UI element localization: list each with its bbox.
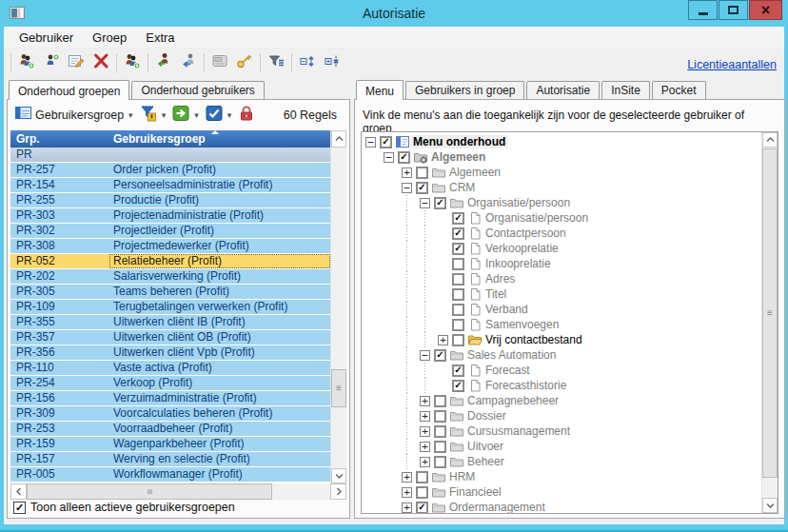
group-header-row[interactable]: PR [10, 148, 330, 163]
table-row[interactable]: PR-005Workflowmanager (Profit) [10, 467, 330, 483]
table-row[interactable]: PR-110Vaste activa (Profit) [10, 361, 330, 376]
tree-item[interactable]: +✓Ordermanagement [362, 500, 761, 513]
table-row[interactable]: PR-309Voorcalculaties beheren (Profit) [10, 406, 330, 422]
tree-item[interactable]: +HRM [362, 469, 761, 484]
grid-horizontal-scrollbar[interactable]: ≡ [10, 483, 346, 500]
lock-button[interactable] [236, 104, 257, 126]
tree-item[interactable]: Adres [362, 271, 761, 286]
scrollbar-thumb[interactable]: ≡ [331, 369, 346, 407]
tree-item[interactable]: −✓Sales Automation [362, 347, 761, 363]
preview-button[interactable] [207, 51, 232, 74]
tree-checkbox[interactable]: ✓ [452, 365, 464, 377]
collapse-toggle[interactable]: − [365, 137, 376, 148]
table-row[interactable]: PR-303Projectenadministratie (Profit) [10, 208, 330, 224]
tab-onderhoud-gebruikers[interactable]: Onderhoud gebruikers [131, 81, 264, 99]
tree-item[interactable]: +Cursusmanagement [362, 424, 761, 439]
authorization-key-button[interactable] [232, 51, 257, 74]
expand-toggle[interactable]: + [420, 457, 430, 467]
scroll-down-button[interactable] [331, 468, 346, 483]
filter-warning-button[interactable]: ▾ [138, 104, 168, 126]
tree-item[interactable]: ✓Contactpersoon [362, 226, 761, 241]
tree-item[interactable]: Inkooprelatie [362, 256, 761, 271]
tree-vertical-scrollbar[interactable]: ≡ [761, 132, 778, 513]
collapse-toggle[interactable]: − [402, 183, 412, 193]
column-header-gebruikersgroep[interactable]: Gebruikersgroep [109, 130, 330, 148]
scroll-down-button[interactable] [762, 498, 778, 513]
scrollbar-thumb[interactable]: ≡ [27, 483, 272, 500]
grid-vertical-scrollbar[interactable]: ≡ [330, 130, 346, 483]
table-row[interactable]: PR-357Uitwerken cliënt OB (Profit) [10, 330, 330, 345]
filter-button[interactable] [264, 51, 288, 74]
scroll-track[interactable]: ≡ [331, 148, 346, 468]
tree-checkbox[interactable] [434, 456, 446, 468]
expand-toggle[interactable]: + [420, 396, 430, 406]
tree-item[interactable]: +Beheer [362, 454, 761, 469]
expand-toggle[interactable]: + [402, 472, 412, 483]
tree-checkbox[interactable] [452, 288, 464, 301]
scroll-right-button[interactable] [330, 483, 346, 500]
tree-item[interactable]: Titel [362, 286, 761, 302]
tree-item[interactable]: +Algemeen [362, 165, 761, 180]
tree-checkbox[interactable]: ✓ [452, 243, 464, 255]
collapse-toggle[interactable]: − [420, 350, 430, 361]
column-header-grp[interactable]: Grp. [10, 130, 109, 148]
active-groups-checkbox[interactable]: ✓ [13, 502, 26, 514]
grid-header[interactable]: Grp. Gebruikersgroep [10, 130, 330, 148]
add-users-group-button[interactable] [14, 51, 39, 74]
tree-item[interactable]: −✓Algemeen [362, 149, 761, 165]
tree-item[interactable]: −✓Organisatie/persoon [362, 195, 761, 210]
tree-item[interactable]: Samenvoegen [362, 317, 761, 332]
table-row[interactable]: PR-253Voorraadbeheer (Profit) [10, 422, 330, 437]
table-row[interactable]: PR-157Werving en selectie (Profit) [10, 452, 330, 467]
expand-toggle[interactable]: + [420, 411, 430, 422]
collapse-toggle[interactable]: − [384, 152, 394, 163]
view-grid-button[interactable]: Gebruikersgroep▾ [12, 104, 135, 126]
add-user-button[interactable] [39, 51, 64, 74]
properties-button[interactable] [64, 51, 89, 74]
tree-item[interactable]: ✓Verkooprelatie [362, 241, 761, 256]
table-row[interactable]: PR-356Uitwerken cliënt Vpb (Profit) [10, 345, 330, 361]
table-row[interactable]: PR-305Teams beheren (Profit) [10, 285, 330, 300]
scrollbar-thumb[interactable]: ≡ [762, 148, 778, 478]
table-row[interactable]: PR-257Order picken (Profit) [10, 163, 330, 178]
close-button[interactable]: × [749, 0, 782, 20]
tree-checkbox[interactable]: ✓ [416, 182, 428, 194]
table-row[interactable]: PR-156Verzuimadministratie (Profit) [10, 391, 330, 406]
scroll-left-button[interactable] [10, 483, 27, 500]
tree-item[interactable]: +Campagnebeheer [362, 393, 761, 408]
check-button[interactable]: ▾ [204, 104, 234, 126]
maximize-button[interactable] [719, 0, 748, 20]
collapse-toggle[interactable]: − [420, 198, 430, 208]
expand-toggle[interactable]: + [420, 442, 430, 452]
tree-checkbox[interactable] [452, 304, 464, 316]
tree-checkbox[interactable]: ✓ [434, 349, 446, 362]
table-row[interactable]: PR-255Productie (Profit) [10, 193, 330, 208]
tree-checkbox[interactable]: ✓ [452, 212, 464, 225]
tree-item[interactable]: +Vrij contactbestand [362, 332, 761, 347]
expand-toggle[interactable]: + [420, 426, 430, 437]
tree-checkbox[interactable] [452, 319, 464, 331]
tab-gebruikers-in-groep[interactable]: Gebruikers in groep [405, 81, 524, 99]
tree-item[interactable]: ✓Organisatie/persoon [362, 210, 761, 226]
menu-gebruiker[interactable]: Gebruiker [10, 28, 83, 48]
tree-checkbox[interactable]: ✓ [452, 227, 464, 240]
tree-checkbox[interactable] [452, 273, 464, 286]
tree-checkbox[interactable] [452, 258, 464, 270]
tree-checkbox[interactable]: ✓ [434, 197, 446, 209]
tree-checkbox[interactable] [434, 410, 446, 423]
licentieaantallen-link[interactable]: Licentieaantallen [687, 58, 777, 71]
table-row[interactable]: PR-109Terugbetalingen verwerken (Profit) [10, 300, 330, 315]
expand-toggle[interactable]: + [402, 487, 412, 498]
menu-groep[interactable]: Groep [83, 28, 136, 48]
minimize-button[interactable] [688, 0, 718, 20]
tree-item[interactable]: +Uitvoer [362, 439, 761, 454]
table-row[interactable]: PR-302Projectleider (Profit) [10, 224, 330, 239]
table-row[interactable]: PR-308Projectmedewerker (Profit) [10, 239, 330, 254]
menu-extra[interactable]: Extra [136, 28, 184, 48]
tree-checkbox[interactable] [452, 334, 464, 346]
tree-checkbox[interactable]: ✓ [398, 151, 410, 164]
titlebar[interactable]: Autorisatie × [0, 0, 788, 27]
tab-menu[interactable]: Menu [356, 80, 404, 100]
tree-item[interactable]: ✓Forecasthistorie [362, 378, 761, 393]
tree-item[interactable]: +Financieel [362, 484, 761, 500]
